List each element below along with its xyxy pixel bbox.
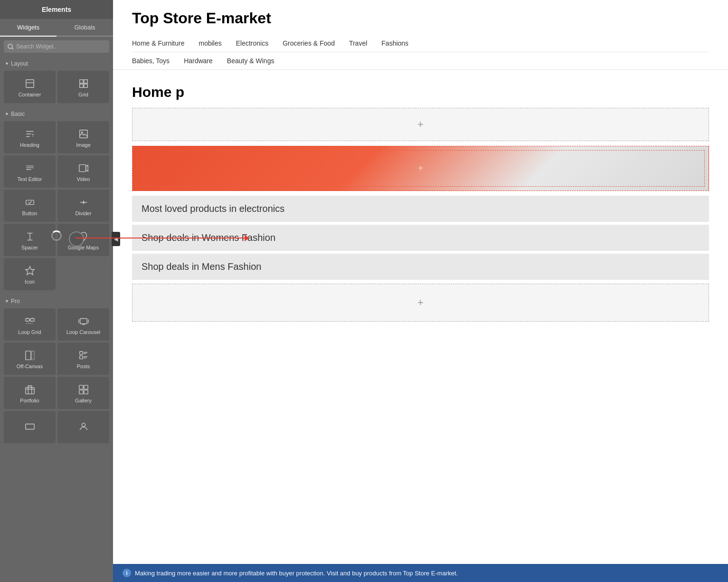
widget-container-label: Container [19,92,41,97]
svg-rect-46 [84,390,87,394]
section-womens-fashion[interactable]: Shop deals in Womens Fashion [132,225,709,251]
svg-rect-25 [30,319,34,322]
svg-point-0 [8,44,12,48]
widget-off-canvas-label: Off-Canvas [17,363,43,369]
widget-video[interactable]: Video [57,155,109,188]
search-bar[interactable] [4,40,109,53]
video-icon [77,162,90,174]
section-label-layout: Layout [0,57,113,69]
svg-rect-38 [25,387,34,394]
widget-text-editor[interactable]: Text Editor [4,155,56,188]
svg-rect-5 [84,80,87,83]
svg-line-17 [29,201,32,204]
plus-icon-top: + [417,118,424,131]
page-title: Home p [132,84,709,100]
svg-rect-32 [79,352,82,354]
icon-widget-icon [24,265,36,277]
widget-portfolio-label: Portfolio [20,398,39,403]
store-header: Top Store E-market Home & Furniture mobi… [113,0,728,70]
basic-widgets: T Heading Image Text Editor Video [0,119,113,294]
gallery-icon [77,383,90,396]
widget-loop-grid[interactable]: Loop Grid [4,308,56,341]
section-mens-fashion[interactable]: Shop deals in Mens Fashion [132,254,709,280]
svg-rect-7 [84,84,87,87]
svg-rect-44 [84,385,87,389]
widget-divider[interactable]: Divider [57,190,109,222]
drop-zone-bottom[interactable]: + [132,284,709,322]
pro-widgets: Loop Grid Loop Carousel Off-Canvas Posts… [0,306,113,447]
widget-icon[interactable]: Icon [4,258,56,290]
main-content: Top Store E-market Home & Furniture mobi… [113,0,728,582]
nav-fashions[interactable]: Fashions [381,39,408,47]
posts-icon [77,349,90,362]
store-title: Top Store E-market [132,10,709,35]
svg-text:T: T [31,134,34,138]
widget-posts[interactable]: Posts [57,343,109,375]
plus-icon-red: + [418,163,424,174]
canvas[interactable]: Top Store E-market Home & Furniture mobi… [113,0,728,564]
widget-posts-label: Posts [77,363,90,369]
sidebar-title: Elements [0,0,113,19]
widget-gallery-label: Gallery [75,398,92,403]
spacer-icon [24,230,36,243]
widget-heading[interactable]: T Heading [4,121,56,153]
layout-widgets: Container Grid [0,69,113,107]
svg-rect-39 [28,386,31,388]
widget-grid[interactable]: Grid [57,71,109,103]
svg-marker-23 [25,267,34,275]
page-content: Home p + + Most loved products in electr… [113,70,728,341]
google-maps-icon [77,230,90,243]
section-electronics[interactable]: Most loved products in electronics [132,196,709,222]
nav-electronics[interactable]: Electronics [236,39,268,47]
bottom-bar: i Making trading more easier and more pr… [113,564,728,582]
nav-babies-toys[interactable]: Babies, Toys [132,57,170,65]
widget-button[interactable]: Button [4,190,56,222]
search-input[interactable] [16,43,105,50]
widget-extra2[interactable] [57,411,109,443]
svg-rect-30 [25,351,30,360]
section-label-pro: Pro [0,294,113,306]
svg-line-1 [12,48,13,50]
image-icon [77,128,90,140]
widget-heading-label: Heading [20,142,39,148]
red-section-drop[interactable]: + [136,150,705,187]
collapse-sidebar-button[interactable]: ◀ [112,232,120,246]
widget-gallery[interactable]: Gallery [57,377,109,409]
widget-off-canvas[interactable]: Off-Canvas [4,343,56,375]
svg-rect-4 [79,80,83,83]
nav-row1: Home & Furniture mobiles Electronics Gro… [132,35,709,52]
widget-google-maps[interactable]: Google Maps [57,224,109,256]
store-page: Top Store E-market Home & Furniture mobi… [113,0,728,564]
widget-loop-carousel[interactable]: Loop Carousel [57,308,109,341]
nav-mobiles[interactable]: mobiles [199,39,221,47]
widget-extra1[interactable] [4,411,56,443]
drop-zone-top[interactable]: + [132,108,709,141]
tab-widgets[interactable]: Widgets [0,19,57,37]
widget-image[interactable]: Image [57,121,109,153]
svg-rect-43 [79,385,83,389]
red-hero-section[interactable]: + [132,146,709,191]
svg-rect-35 [79,356,82,359]
nav-travel[interactable]: Travel [349,39,367,47]
widget-loop-grid-label: Loop Grid [18,329,41,335]
tab-globals[interactable]: Globals [57,19,113,36]
svg-rect-14 [79,165,85,172]
widget-portfolio[interactable]: Portfolio [4,377,56,409]
widget-spacer-label: Spacer [21,245,38,250]
nav-home-furniture[interactable]: Home & Furniture [132,39,184,47]
nav-row2: Babies, Toys Hardware Beauty & Wings [132,52,709,69]
sidebar-tabs: Widgets Globals [0,19,113,37]
text-editor-icon [24,162,36,174]
grid-icon [77,77,90,90]
svg-point-10 [81,132,83,133]
loop-grid-icon [24,315,36,327]
svg-rect-31 [31,351,34,360]
section-label-basic: Basic [0,107,113,119]
svg-rect-2 [26,80,34,88]
widget-container[interactable]: Container [4,71,56,103]
nav-groceries[interactable]: Groceries & Food [283,39,335,47]
info-icon: i [123,569,131,577]
nav-beauty[interactable]: Beauty & Wings [227,57,274,65]
widget-spacer[interactable]: Spacer [4,224,56,256]
nav-hardware[interactable]: Hardware [184,57,213,65]
